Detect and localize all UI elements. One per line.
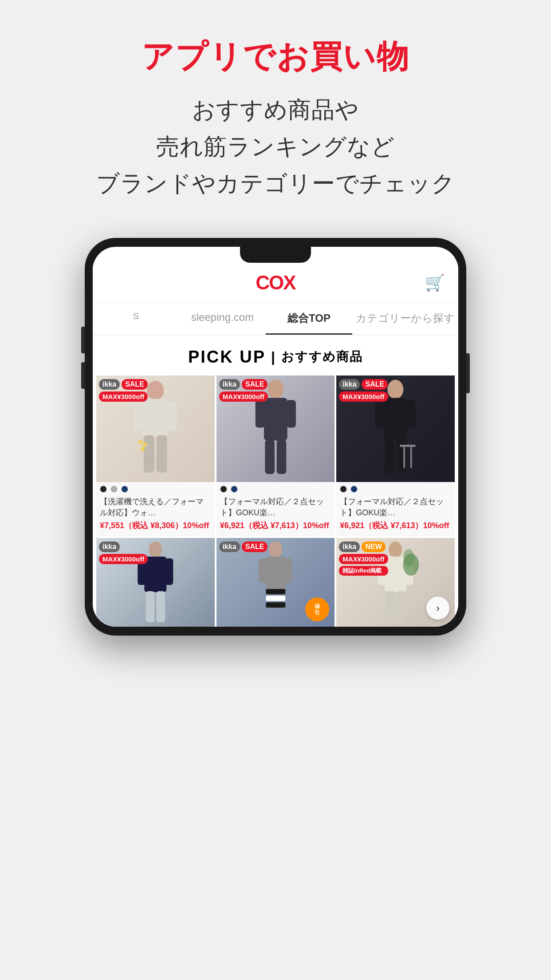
subtitle-line2: 売れ筋ランキングなど xyxy=(18,128,533,165)
svg-point-37 xyxy=(389,541,402,557)
product-price-1: ¥7,551（税込 ¥8,306）10%off xyxy=(100,520,211,531)
svg-rect-18 xyxy=(406,400,416,427)
product-card-1[interactable]: ikka SALE MAX¥3000off xyxy=(96,375,215,536)
svg-rect-13 xyxy=(265,439,275,474)
product-price-2: ¥6,921（税込 ¥7,613）10%off xyxy=(220,520,331,531)
app-logo: COX xyxy=(256,272,295,294)
subtitle-line1: おすすめ商品や xyxy=(18,91,533,128)
tab-top[interactable]: 総合TOP xyxy=(266,303,352,335)
svg-point-44 xyxy=(404,549,414,567)
pickup-header: PICK UP | おすすめ商品 xyxy=(93,335,458,375)
next-arrow-button[interactable]: › xyxy=(426,597,449,620)
volume-button-2 xyxy=(81,362,85,389)
sale-badge-1: SALE xyxy=(122,379,148,390)
pickup-subtitle: おすすめ商品 xyxy=(281,348,363,365)
svg-rect-19 xyxy=(385,437,395,474)
product-name-3: 【フォーマル対応／２点セット】GOKU楽… xyxy=(340,496,451,518)
cart-icon[interactable]: 🛒 xyxy=(425,273,445,292)
brand-badge-6: ikka xyxy=(339,541,360,552)
product-badges-1: ikka SALE MAX¥3000off xyxy=(99,379,148,402)
product-name-1: 【洗濯機で洗える／フォーマル対応】ウォ… xyxy=(100,496,211,518)
svg-rect-28 xyxy=(146,591,154,622)
sale-badge-3: SALE xyxy=(362,379,388,390)
svg-rect-2 xyxy=(134,401,144,430)
app-header: COX 🛒 xyxy=(93,263,458,303)
svg-rect-35 xyxy=(266,596,285,601)
pickup-divider: | xyxy=(271,349,276,365)
max-badge-3: MAX¥3000off xyxy=(339,391,388,402)
max-badge-4: MAX¥3000off xyxy=(99,554,148,564)
svg-rect-4 xyxy=(144,435,154,472)
svg-rect-16 xyxy=(384,398,407,438)
tab-s[interactable]: S xyxy=(93,303,179,335)
brand-badge-1: ikka xyxy=(99,379,120,390)
svg-rect-22 xyxy=(404,447,405,468)
brand-badge-3: ikka xyxy=(339,379,360,390)
svg-rect-10 xyxy=(264,398,287,440)
max-badge-6: MAX¥3000off xyxy=(339,554,388,564)
svg-rect-33 xyxy=(284,558,292,583)
svg-rect-31 xyxy=(266,557,285,590)
svg-point-8 xyxy=(141,447,145,451)
sale-badge-5: SALE xyxy=(242,541,268,552)
power-button xyxy=(466,353,470,393)
svg-point-6 xyxy=(143,443,147,447)
product-info-1: 【洗濯機で洗える／フォーマル対応】ウォ… ¥7,551（税込 ¥8,306）10… xyxy=(96,494,215,536)
color-dot-navy-2 xyxy=(231,486,238,493)
svg-point-30 xyxy=(269,541,282,557)
phone-screen: COX 🛒 S sleeping.com 総合TOP カテゴリーから探す PIC… xyxy=(93,247,458,627)
color-dot-navy-3 xyxy=(350,486,358,493)
svg-point-24 xyxy=(149,541,162,557)
svg-rect-27 xyxy=(165,558,173,585)
color-dot-black xyxy=(100,486,107,493)
product-info-3: 【フォーマル対応／２点セット】GOKU楽… ¥6,921（税込 ¥7,613）1… xyxy=(336,494,455,536)
tab-category[interactable]: カテゴリーから探す xyxy=(352,303,458,335)
product-badges-4: ikka MAX¥3000off xyxy=(99,541,148,564)
max-badge-1: MAX¥3000off xyxy=(99,391,148,402)
product-badges-5: ikka SALE xyxy=(219,541,268,552)
phone-frame: COX 🛒 S sleeping.com 総合TOP カテゴリーから探す PIC… xyxy=(85,238,466,636)
product-card-6[interactable]: ikka NEW MAX¥3000off 雑誌InRed掲載 xyxy=(336,538,455,627)
svg-rect-21 xyxy=(400,445,416,447)
product-badges-2: ikka SALE MAX¥3000off xyxy=(219,379,268,402)
brand-badge-2: ikka xyxy=(219,379,240,390)
color-dot-black-3 xyxy=(340,486,347,493)
product-card-4[interactable]: ikka MAX¥3000off xyxy=(96,538,215,627)
product-badges-3: ikka SALE MAX¥3000off xyxy=(339,379,388,402)
svg-rect-32 xyxy=(259,558,267,583)
product-price-3: ¥6,921（税込 ¥7,613）10%off xyxy=(340,520,451,531)
svg-rect-17 xyxy=(375,400,385,427)
product-grid-row2: ikka MAX¥3000off xyxy=(93,536,458,627)
svg-rect-41 xyxy=(386,591,395,622)
svg-point-9 xyxy=(268,379,283,399)
brand-badge-4: ikka xyxy=(99,541,120,552)
color-dot-gray xyxy=(110,486,118,493)
magazine-badge-6: 雑誌InRed掲載 xyxy=(339,566,388,576)
color-dots-2 xyxy=(216,482,335,494)
new-badge-6: NEW xyxy=(362,541,385,552)
svg-rect-29 xyxy=(156,591,165,622)
pickup-title: PICK UP xyxy=(188,348,266,367)
app-content: COX 🛒 S sleeping.com 総合TOP カテゴリーから探す PIC… xyxy=(93,263,458,627)
svg-point-7 xyxy=(138,440,143,444)
product-card-5[interactable]: ikka SALE xyxy=(216,538,335,627)
orange-badge: 値引 xyxy=(305,597,329,621)
color-dot-black-2 xyxy=(220,486,227,493)
header-subtitle: おすすめ商品や 売れ筋ランキングなど ブランドやカテゴリーでチェック xyxy=(18,91,533,202)
tab-sleeping[interactable]: sleeping.com xyxy=(179,303,266,335)
phone-notch xyxy=(240,247,311,263)
svg-rect-1 xyxy=(142,399,169,436)
svg-rect-42 xyxy=(397,591,405,622)
header-section: アプリでお買い物 おすすめ商品や 売れ筋ランキングなど ブランドやカテゴリーでチ… xyxy=(0,0,551,229)
product-card-2[interactable]: ikka SALE MAX¥3000off xyxy=(216,375,335,536)
product-card-3[interactable]: ikka SALE MAX¥3000off xyxy=(336,375,455,536)
phone-mockup: COX 🛒 S sleeping.com 総合TOP カテゴリーから探す PIC… xyxy=(76,238,475,636)
svg-point-0 xyxy=(147,381,164,400)
header-title: アプリでお買い物 xyxy=(18,36,533,78)
svg-rect-23 xyxy=(410,447,412,468)
max-badge-2: MAX¥3000off xyxy=(219,391,268,402)
sale-badge-2: SALE xyxy=(242,379,268,390)
nav-tabs: S sleeping.com 総合TOP カテゴリーから探す xyxy=(93,303,458,335)
volume-button-1 xyxy=(81,327,85,353)
svg-rect-14 xyxy=(276,439,286,474)
